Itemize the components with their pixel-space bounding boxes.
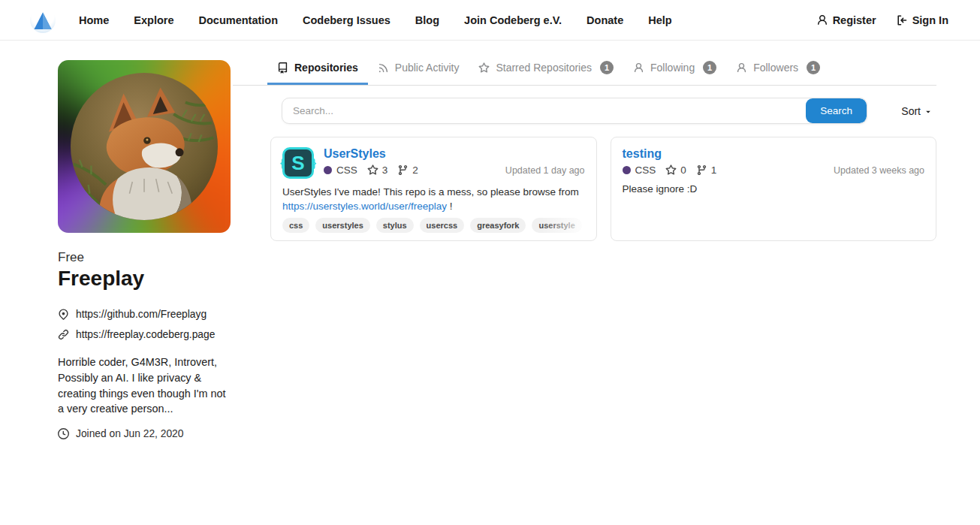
tab-count-badge: 1 — [807, 61, 820, 74]
fork-icon — [397, 164, 409, 176]
stylus-logo-letter: S — [291, 152, 304, 175]
tab-repositories[interactable]: Repositories — [267, 50, 368, 85]
star-icon — [665, 164, 677, 176]
nav-item-codeberg-issues[interactable]: Codeberg Issues — [303, 14, 390, 26]
tab-label: Followers — [753, 62, 798, 74]
register-label: Register — [833, 14, 876, 26]
tab-label: Following — [650, 62, 695, 74]
repo-description: Please ignore :D — [623, 183, 925, 197]
description-link[interactable]: https://userstyles.world/user/freeplay — [282, 201, 447, 212]
profile-website-row: https://freeplay.codeberg.page — [58, 329, 232, 340]
sort-dropdown[interactable]: Sort — [901, 105, 932, 117]
fork-icon — [696, 164, 707, 176]
profile-avatar — [58, 60, 231, 233]
clock-icon — [58, 428, 69, 439]
nav-item-donate[interactable]: Donate — [586, 14, 623, 26]
codeberg-profile-page: Home Explore Documentation Codeberg Issu… — [0, 0, 980, 525]
stylus-logo: S — [282, 147, 314, 179]
search-input[interactable] — [282, 98, 806, 123]
profile-sidebar: Free Freeplay https://github.com/Freepla… — [58, 60, 232, 439]
tab-followers[interactable]: Followers 1 — [726, 50, 830, 85]
tab-label: Repositories — [294, 62, 358, 74]
language-label: CSS — [635, 164, 656, 176]
nav-item-documentation[interactable]: Documentation — [198, 14, 278, 26]
register-link[interactable]: Register — [816, 14, 876, 26]
topic-list: css userstyles stylus usercss greasyfork… — [282, 218, 596, 233]
link-icon — [58, 329, 69, 340]
navbar: Home Explore Documentation Codeberg Issu… — [0, 0, 980, 41]
profile-location-link[interactable]: https://github.com/Freeplayg — [76, 309, 207, 320]
star-icon — [367, 164, 378, 176]
profile-display-name: Freeplay — [58, 267, 232, 291]
repo-card-testing: testing CSS 0 1 Updated 3 weeks ago — [611, 137, 937, 241]
nav-item-explore[interactable]: Explore — [134, 14, 173, 26]
topic-pill[interactable]: greasyfork — [470, 218, 526, 233]
nav-item-home[interactable]: Home — [79, 14, 109, 26]
search-button[interactable]: Search — [806, 98, 867, 123]
star-icon — [478, 62, 490, 74]
repo-title-link[interactable]: UserStyles — [324, 147, 386, 161]
sign-in-label: Sign In — [912, 14, 948, 26]
person-icon — [736, 62, 747, 74]
topic-pill[interactable]: stylus — [376, 218, 414, 233]
tab-following[interactable]: Following 1 — [623, 50, 726, 85]
nav-links: Home Explore Documentation Codeberg Issu… — [79, 14, 672, 26]
topic-pill[interactable]: userstyles — [315, 218, 369, 233]
profile-joined-row: Joined on Jun 22, 2020 — [58, 428, 232, 439]
language-dot — [324, 166, 332, 174]
nav-item-blog[interactable]: Blog — [415, 14, 439, 26]
topic-pill[interactable]: cascading-style-sheets — [588, 218, 596, 233]
profile-bio: Horrible coder, G4M3R, Introvert, Possib… — [58, 355, 232, 417]
profile-website-link[interactable]: https://freeplay.codeberg.page — [76, 329, 215, 340]
nav-auth-area: Register Sign In — [816, 14, 948, 26]
tab-count-badge: 1 — [600, 61, 614, 74]
updated-timestamp: Updated 1 day ago — [505, 165, 585, 176]
profile-joined-text: Joined on Jun 22, 2020 — [76, 428, 183, 439]
fork-count: 2 — [412, 164, 418, 176]
person-icon — [633, 62, 644, 74]
sign-in-link[interactable]: Sign In — [896, 14, 948, 26]
tab-starred-repositories[interactable]: Starred Repositories 1 — [469, 50, 623, 85]
codeberg-logo[interactable] — [29, 7, 56, 34]
tab-label: Starred Repositories — [496, 62, 592, 74]
tab-label: Public Activity — [395, 62, 460, 74]
repo-meta: CSS 3 2 Updated 1 day ago — [324, 164, 585, 176]
repo-title-link[interactable]: testing — [623, 147, 662, 161]
star-count: 3 — [382, 164, 388, 176]
profile-username: Free — [58, 250, 232, 265]
profile-links: https://github.com/Freeplayg https://fre… — [58, 309, 232, 340]
search-box: Search — [282, 98, 867, 124]
nav-item-join-codeberg[interactable]: Join Codeberg e.V. — [464, 14, 562, 26]
language-label: CSS — [336, 164, 357, 176]
sort-label: Sort — [901, 105, 921, 117]
topic-pill[interactable]: css — [282, 218, 309, 233]
repo-meta: CSS 0 1 Updated 3 weeks ago — [623, 164, 925, 176]
rss-icon — [378, 62, 389, 74]
topic-pill[interactable]: usercss — [420, 218, 465, 233]
codeberg-logo-icon — [29, 7, 56, 34]
repo-icon — [277, 62, 288, 74]
person-icon — [816, 14, 828, 26]
repo-description: UserStyles I've made! This repo is a mes… — [282, 186, 585, 213]
repo-card-userstyles: S UserStyles CSS 3 2 — [270, 137, 597, 241]
profile-tabs: Repositories Public Activity Starred Rep… — [233, 50, 936, 86]
fox-photo — [71, 73, 218, 220]
tab-count-badge: 1 — [703, 61, 716, 74]
sign-in-icon — [896, 14, 908, 26]
nav-item-help[interactable]: Help — [648, 14, 671, 26]
chevron-down-icon — [924, 108, 932, 116]
fork-count: 1 — [711, 164, 717, 176]
language-dot — [623, 166, 631, 174]
topic-pill[interactable]: userstyle — [532, 218, 581, 233]
updated-timestamp: Updated 3 weeks ago — [834, 165, 924, 176]
location-pin-icon — [58, 309, 69, 320]
star-count: 0 — [680, 164, 686, 176]
repo-search-row: Search Sort — [282, 98, 936, 124]
profile-location-row: https://github.com/Freeplayg — [58, 309, 232, 320]
tab-public-activity[interactable]: Public Activity — [368, 50, 469, 85]
repository-list: S UserStyles CSS 3 2 — [270, 137, 936, 241]
